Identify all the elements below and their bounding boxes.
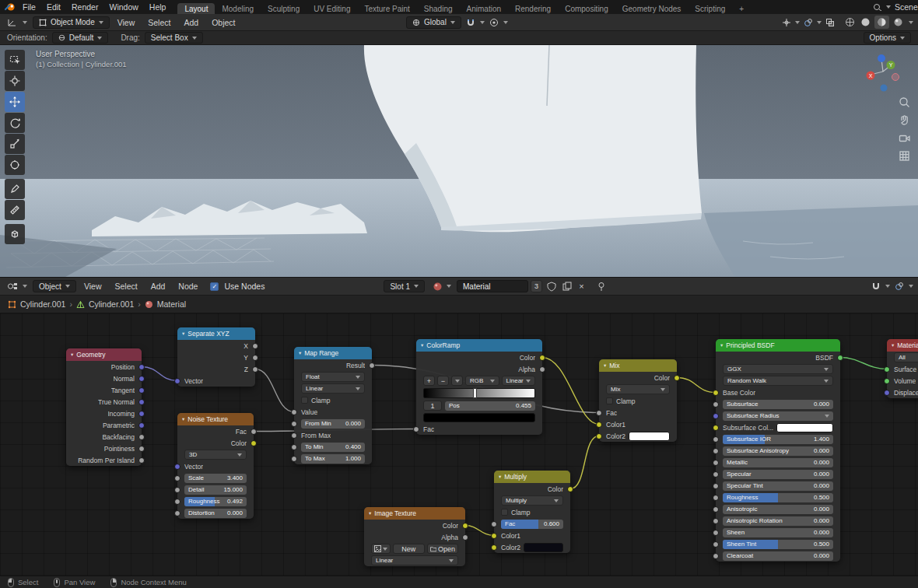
gizmo-minus-x-axis[interactable]	[892, 74, 899, 81]
socket-clearcoat-in[interactable]	[713, 553, 719, 559]
mode-dropdown[interactable]: Object Mode	[33, 16, 110, 29]
new-material-icon[interactable]	[560, 282, 573, 291]
subsurface-color-swatch[interactable]	[776, 423, 833, 432]
detail-slider[interactable]: Detail15.000	[184, 485, 247, 495]
socket-sheen-in[interactable]	[713, 530, 719, 536]
node-menu-select[interactable]: Select	[109, 279, 142, 293]
slot-dropdown[interactable]: Slot 1	[384, 280, 425, 292]
socket-to-min-in[interactable]	[291, 444, 297, 450]
node-menu-node[interactable]: Node	[173, 279, 203, 293]
tool-cursor[interactable]	[5, 71, 25, 91]
socket-multiply-color-out[interactable]	[567, 486, 573, 492]
scale-slider[interactable]: Scale3.400	[184, 474, 247, 483]
socket-pointiness-out[interactable]	[138, 446, 145, 452]
pan-hand-icon[interactable]	[899, 114, 910, 126]
shading-material-icon[interactable]	[874, 16, 889, 29]
tab-shading[interactable]: Shading	[417, 3, 460, 14]
subsurface-radius-field[interactable]: Subsurface Radius	[723, 411, 833, 421]
anisotropic-slider[interactable]: Anisotropic0.000	[723, 505, 833, 514]
proportional-edit-icon[interactable]	[487, 18, 501, 27]
zoom-icon[interactable]	[899, 96, 910, 108]
multiply-clamp-checkbox[interactable]	[501, 509, 508, 516]
socket-noise-vector-in[interactable]	[174, 464, 180, 470]
tab-compositing[interactable]: Compositing	[558, 3, 615, 14]
tab-geometry-nodes[interactable]: Geometry Nodes	[615, 3, 688, 14]
tool-transform[interactable]	[5, 155, 25, 175]
dimensions-dropdown[interactable]: 3D	[184, 450, 247, 460]
vp-menu-view[interactable]: View	[112, 16, 141, 30]
sheen-tint-slider[interactable]: Sheen Tint0.500	[723, 540, 833, 549]
socket-x-out[interactable]	[252, 343, 258, 349]
ramp-tools-button[interactable]	[451, 376, 463, 386]
socket-principled-roughness-in[interactable]	[713, 495, 719, 501]
to-min-slider[interactable]: To Min0.400	[301, 443, 365, 452]
orientation-dropdown[interactable]: Default	[52, 32, 109, 44]
vp-menu-select[interactable]: Select	[142, 16, 176, 30]
show-overlays-icon[interactable]	[802, 18, 815, 27]
pin-icon[interactable]	[594, 282, 608, 292]
socket-parametric-out[interactable]	[138, 422, 145, 429]
socket-roughness-in[interactable]	[174, 499, 180, 505]
gizmo-z-axis[interactable]	[878, 54, 885, 62]
socket-from-max-in[interactable]	[291, 432, 297, 439]
tab-sculpting[interactable]: Sculpting	[261, 3, 307, 14]
socket-volume-in[interactable]	[884, 378, 890, 384]
vp-menu-add[interactable]: Add	[178, 16, 204, 30]
socket-subsurface-color-in[interactable]	[713, 425, 719, 431]
toggle-xray-icon[interactable]	[824, 18, 836, 27]
node-overlays-caret-icon[interactable]	[909, 285, 913, 288]
socket-specular-tint-in[interactable]	[713, 483, 719, 489]
subsurface-slider[interactable]: Subsurface0.000	[723, 400, 833, 409]
multiply-color2-swatch[interactable]	[524, 543, 563, 552]
browse-image-button[interactable]	[371, 544, 391, 554]
tool-annotate[interactable]	[5, 179, 25, 199]
breadcrumb-material[interactable]: Material	[157, 299, 186, 309]
node-mix[interactable]: ▾Mix Color Mix Clamp Fac Color1 Color2	[599, 359, 677, 442]
material-users-count[interactable]: 3	[531, 280, 542, 292]
tool-add-primitive[interactable]	[5, 224, 25, 244]
tool-measure[interactable]	[5, 200, 25, 220]
socket-z-out[interactable]	[252, 366, 258, 373]
add-stop-button[interactable]: +	[423, 376, 435, 386]
breadcrumb-object[interactable]: Cylinder.001	[20, 299, 65, 309]
socket-mix-color-out[interactable]	[674, 375, 680, 381]
socket-bsdf-out[interactable]	[837, 355, 843, 361]
node-menu-view[interactable]: View	[79, 279, 107, 293]
shading-rendered-icon[interactable]	[892, 17, 905, 27]
tab-rendering[interactable]: Rendering	[508, 3, 558, 14]
grid-ortho-icon[interactable]	[899, 150, 910, 162]
socket-true-normal-out[interactable]	[138, 399, 145, 405]
data-type-dropdown[interactable]: Float	[301, 372, 365, 382]
scene-caret-icon[interactable]	[886, 5, 891, 9]
browse-material-icon[interactable]	[430, 282, 444, 292]
node-snap-magnet-icon[interactable]	[869, 282, 883, 291]
tab-layout[interactable]: Layout	[177, 3, 215, 14]
socket-position-out[interactable]	[138, 364, 145, 370]
node-overlays-icon[interactable]	[892, 282, 906, 291]
socket-image-alpha-out[interactable]	[462, 534, 468, 541]
node-separate-xyz-header[interactable]: ▾Separate XYZ	[177, 327, 255, 340]
socket-anisotropic-rotation-in[interactable]	[713, 518, 719, 524]
socket-ramp-color-out[interactable]	[539, 355, 545, 361]
show-gizmos-icon[interactable]	[780, 18, 793, 27]
scene-label[interactable]: Scene	[893, 0, 918, 14]
shader-type-dropdown[interactable]: Object	[33, 280, 76, 292]
viewport-3d[interactable]: User Perspective (1) Collection | Cylind…	[0, 45, 918, 277]
socket-image-color-out[interactable]	[462, 523, 468, 529]
node-noise-texture[interactable]: ▾Noise Texture Fac Color 3D Vector Scale…	[177, 413, 254, 519]
tab-scripting[interactable]: Scripting	[688, 3, 732, 14]
node-color-ramp-header[interactable]: ▾ColorRamp	[416, 339, 542, 352]
color-mode-dropdown[interactable]: RGB	[465, 376, 499, 386]
shading-wireframe-icon[interactable]	[843, 17, 857, 27]
material-name-field[interactable]: Material	[457, 280, 528, 292]
socket-noise-color-out[interactable]	[251, 440, 257, 446]
colorspace-dropdown[interactable]: Linear	[371, 555, 458, 565]
socket-ramp-alpha-out[interactable]	[539, 366, 545, 373]
tab-modeling[interactable]: Modeling	[215, 3, 261, 14]
unlink-material-icon[interactable]: ×	[576, 282, 587, 291]
drag-dropdown[interactable]: Select Box	[145, 32, 203, 44]
tool-select-box[interactable]	[5, 50, 25, 70]
tool-rotate[interactable]	[5, 113, 25, 133]
distortion-slider[interactable]: Distortion0.000	[184, 509, 247, 518]
metallic-slider[interactable]: Metallic0.000	[723, 458, 833, 467]
